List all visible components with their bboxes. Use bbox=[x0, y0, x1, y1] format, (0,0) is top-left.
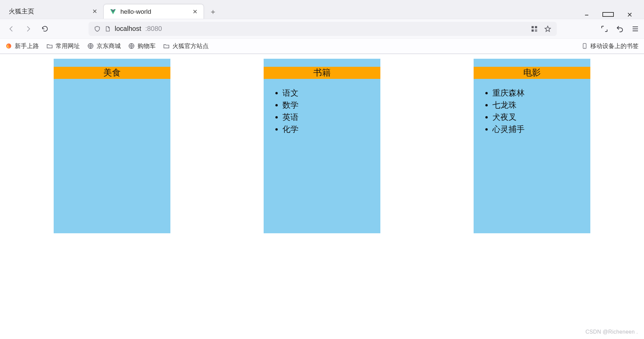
vue-icon bbox=[110, 8, 116, 15]
bookmark-label: 新手上路 bbox=[15, 42, 39, 50]
screenshot-icon[interactable] bbox=[600, 25, 608, 33]
bookmark-label: 移动设备上的书签 bbox=[590, 42, 639, 50]
tab-strip: 火狐主页 ✕ hello-world ✕ ＋ bbox=[0, 0, 644, 19]
card-movies: 电影 重庆森林 七龙珠 犬夜叉 心灵捕手 bbox=[474, 59, 590, 233]
url-host: localhost bbox=[115, 25, 141, 33]
card-food: 美食 bbox=[54, 59, 170, 233]
page-content: 美食 书籍 语文 数学 英语 化学 电影 重庆森林 七龙珠 犬夜叉 心灵捕手 bbox=[0, 54, 644, 238]
url-actions bbox=[531, 25, 551, 33]
qr-icon[interactable] bbox=[531, 25, 538, 33]
bookmark-mobile[interactable]: 移动设备上的书签 bbox=[582, 42, 639, 50]
bookmark-firefox-official[interactable]: 火狐官方站点 bbox=[163, 42, 209, 50]
card-title: 美食 bbox=[54, 67, 170, 79]
bookmark-label: 京东商城 bbox=[97, 42, 121, 50]
tab-title: 火狐主页 bbox=[9, 7, 88, 16]
svg-rect-3 bbox=[535, 29, 536, 30]
svg-rect-5 bbox=[535, 31, 536, 32]
list-item: 心灵捕手 bbox=[492, 123, 587, 135]
list-item: 化学 bbox=[282, 123, 377, 135]
bookmark-label: 常用网址 bbox=[56, 42, 80, 50]
list-item: 英语 bbox=[282, 111, 377, 123]
window-maximize-button[interactable] bbox=[602, 11, 614, 19]
svg-rect-1 bbox=[535, 26, 537, 28]
list-item: 语文 bbox=[282, 87, 377, 99]
bookmark-label: 火狐官方站点 bbox=[172, 42, 209, 50]
reload-button[interactable] bbox=[38, 22, 52, 36]
bookmark-star-icon[interactable] bbox=[544, 25, 551, 33]
bookmark-jd[interactable]: 京东商城 bbox=[87, 42, 121, 50]
globe-icon bbox=[87, 43, 94, 49]
bookmark-common-sites[interactable]: 常用网址 bbox=[46, 42, 80, 50]
shield-icon bbox=[94, 25, 101, 33]
watermark: CSDN @Richeneen . bbox=[585, 329, 638, 335]
list-item: 犬夜叉 bbox=[492, 111, 587, 123]
tab-hello-world[interactable]: hello-world ✕ bbox=[103, 4, 204, 19]
back-button[interactable] bbox=[5, 22, 18, 36]
svg-rect-4 bbox=[536, 31, 537, 32]
svg-rect-0 bbox=[532, 26, 534, 28]
new-tab-button[interactable]: ＋ bbox=[206, 5, 220, 19]
card-title: 电影 bbox=[474, 67, 590, 79]
bookmark-getting-started[interactable]: 新手上路 bbox=[5, 42, 39, 50]
tab-title: hello-world bbox=[120, 8, 189, 15]
bookmark-label: 购物车 bbox=[138, 42, 156, 50]
globe-icon bbox=[128, 43, 135, 49]
bookmarks-bar: 新手上路 常用网址 京东商城 购物车 火狐官方站点 bbox=[0, 38, 644, 54]
menu-icon[interactable] bbox=[631, 25, 639, 33]
tab-firefox-home[interactable]: 火狐主页 ✕ bbox=[3, 4, 103, 19]
url-bar[interactable]: localhost:8080 bbox=[89, 22, 557, 36]
bookmark-cart[interactable]: 购物车 bbox=[128, 42, 156, 50]
forward-button[interactable] bbox=[21, 22, 35, 36]
window-minimize-button[interactable] bbox=[581, 11, 592, 19]
close-icon[interactable]: ✕ bbox=[193, 8, 198, 15]
list-item: 数学 bbox=[282, 99, 377, 111]
window-controls bbox=[581, 11, 641, 19]
svg-point-7 bbox=[6, 44, 11, 49]
card-list bbox=[54, 79, 170, 87]
folder-icon bbox=[46, 43, 53, 49]
card-row: 美食 书籍 语文 数学 英语 化学 电影 重庆森林 七龙珠 犬夜叉 心灵捕手 bbox=[54, 59, 590, 233]
svg-rect-6 bbox=[536, 29, 537, 30]
url-port: :8080 bbox=[145, 25, 162, 33]
undo-icon[interactable] bbox=[616, 25, 624, 33]
svg-rect-2 bbox=[532, 29, 534, 31]
list-item: 七龙珠 bbox=[492, 99, 587, 111]
card-title: 书籍 bbox=[264, 67, 380, 79]
card-list: 语文 数学 英语 化学 bbox=[264, 79, 380, 135]
device-icon bbox=[582, 42, 588, 50]
close-icon[interactable]: ✕ bbox=[92, 8, 97, 15]
browser-chrome: 火狐主页 ✕ hello-world ✕ ＋ bbox=[0, 0, 644, 54]
list-item: 重庆森林 bbox=[492, 87, 587, 99]
window-close-button[interactable] bbox=[624, 11, 635, 19]
card-books: 书籍 语文 数学 英语 化学 bbox=[264, 59, 380, 233]
toolbar-right bbox=[600, 25, 639, 33]
folder-icon bbox=[163, 43, 170, 49]
firefox-icon bbox=[5, 43, 12, 49]
page-icon bbox=[105, 26, 111, 32]
card-list: 重庆森林 七龙珠 犬夜叉 心灵捕手 bbox=[474, 79, 590, 135]
svg-point-11 bbox=[584, 48, 585, 48]
toolbar: localhost:8080 bbox=[0, 19, 644, 38]
